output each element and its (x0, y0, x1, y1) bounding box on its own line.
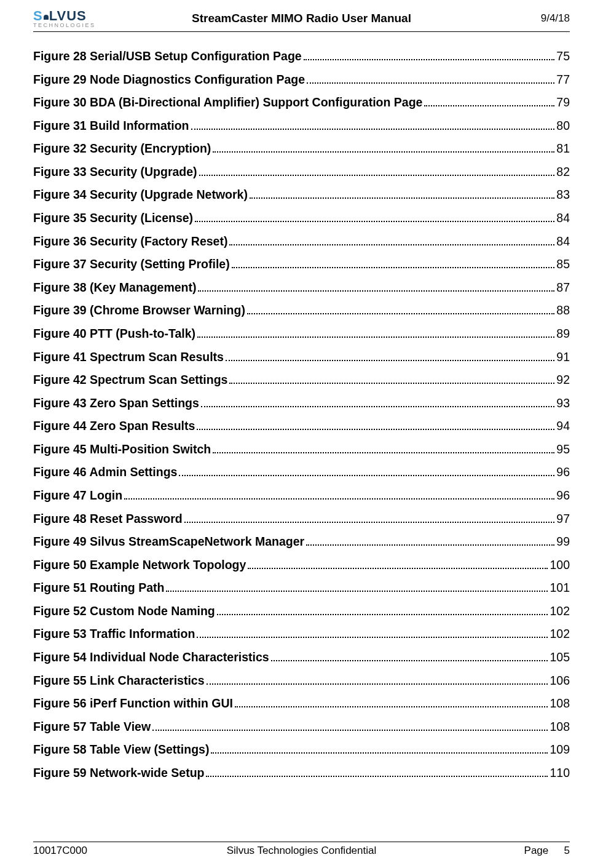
toc-entry[interactable]: Figure 52 Custom Node Naming102 (33, 604, 570, 618)
toc-entry-page: 108 (550, 696, 570, 711)
toc-leader-dots (229, 237, 554, 245)
toc-entry[interactable]: Figure 33 Security (Upgrade)82 (33, 165, 570, 179)
toc-entry-title: Figure 31 Build Information (33, 119, 189, 133)
toc-entry[interactable]: Figure 43 Zero Span Settings93 (33, 396, 570, 410)
toc-entry[interactable]: Figure 28 Serial/USB Setup Configuration… (33, 49, 570, 63)
toc-leader-dots (207, 676, 548, 685)
toc-entry[interactable]: Figure 37 Security (Setting Profile)85 (33, 257, 570, 271)
toc-entry-page: 80 (556, 119, 570, 133)
toc-entry-title: Figure 37 Security (Setting Profile) (33, 257, 230, 271)
toc-entry-title: Figure 35 Security (License) (33, 211, 193, 225)
toc-leader-dots (206, 768, 548, 777)
toc-entry-page: 79 (556, 95, 570, 109)
toc-entry[interactable]: Figure 36 Security (Factory Reset)84 (33, 234, 570, 249)
toc-entry[interactable]: Figure 29 Node Diagnostics Configuration… (33, 73, 570, 87)
toc-entry[interactable]: Figure 58 Table View (Settings)109 (33, 743, 570, 757)
toc-entry[interactable]: Figure 56 iPerf Function within GUI108 (33, 696, 570, 711)
table-of-figures: Figure 28 Serial/USB Setup Configuration… (33, 49, 570, 780)
toc-entry[interactable]: Figure 41 Spectrum Scan Results91 (33, 350, 570, 364)
document-title: StreamCaster MIMO Radio User Manual (107, 12, 496, 25)
toc-entry-title: Figure 52 Custom Node Naming (33, 604, 215, 618)
toc-entry[interactable]: Figure 45 Multi-Position Switch95 (33, 442, 570, 456)
toc-entry-title: Figure 51 Routing Path (33, 581, 164, 595)
toc-leader-dots (211, 746, 548, 754)
toc-entry[interactable]: Figure 44 Zero Span Results94 (33, 419, 570, 433)
toc-entry[interactable]: Figure 50 Example Network Topology100 (33, 558, 570, 572)
toc-entry[interactable]: Figure 38 (Key Management)87 (33, 281, 570, 295)
toc-entry-page: 106 (550, 674, 570, 688)
toc-entry-page: 88 (556, 303, 570, 317)
toc-entry-page: 97 (556, 512, 570, 526)
toc-leader-dots (248, 560, 548, 569)
toc-entry[interactable]: Figure 35 Security (License)84 (33, 211, 570, 225)
toc-entry-title: Figure 36 Security (Factory Reset) (33, 234, 227, 249)
logo-dot-icon (44, 15, 49, 20)
toc-entry-title: Figure 46 Admin Settings (33, 465, 177, 479)
toc-leader-dots (247, 306, 554, 315)
toc-leader-dots (226, 352, 554, 361)
toc-entry[interactable]: Figure 59 Network-wide Setup110 (33, 766, 570, 780)
toc-entry[interactable]: Figure 30 BDA (Bi-Directional Amplifier)… (33, 95, 570, 109)
toc-leader-dots (250, 191, 554, 199)
toc-entry-page: 95 (556, 442, 570, 456)
toc-entry-page: 81 (556, 141, 570, 156)
toc-entry-title: Figure 39 (Chrome Browser Warning) (33, 303, 245, 317)
toc-entry-page: 109 (550, 743, 570, 757)
toc-entry-title: Figure 44 Zero Span Results (33, 419, 195, 433)
toc-leader-dots (166, 584, 548, 592)
toc-entry[interactable]: Figure 34 Security (Upgrade Network)83 (33, 188, 570, 202)
toc-entry-title: Figure 50 Example Network Topology (33, 558, 246, 572)
toc-entry[interactable]: Figure 55 Link Characteristics106 (33, 674, 570, 688)
toc-entry[interactable]: Figure 57 Table View108 (33, 720, 570, 734)
toc-entry[interactable]: Figure 54 Individual Node Characteristic… (33, 650, 570, 664)
toc-entry-page: 102 (550, 627, 570, 641)
toc-entry-title: Figure 32 Security (Encryption) (33, 141, 211, 156)
toc-entry[interactable]: Figure 48 Reset Password97 (33, 512, 570, 526)
toc-leader-dots (217, 607, 548, 615)
toc-leader-dots (198, 283, 554, 292)
toc-entry-page: 77 (556, 73, 570, 87)
toc-entry-page: 93 (556, 396, 570, 410)
toc-entry-page: 99 (556, 535, 570, 549)
toc-entry[interactable]: Figure 39 (Chrome Browser Warning)88 (33, 303, 570, 317)
toc-entry[interactable]: Figure 49 Silvus StreamScapeNetwork Mana… (33, 535, 570, 549)
toc-entry-page: 84 (556, 211, 570, 225)
toc-entry[interactable]: Figure 42 Spectrum Scan Settings92 (33, 373, 570, 387)
toc-entry-page: 110 (550, 766, 570, 780)
toc-entry-title: Figure 29 Node Diagnostics Configuration… (33, 73, 305, 87)
footer-page-label: Page (524, 845, 549, 856)
toc-entry[interactable]: Figure 51 Routing Path101 (33, 581, 570, 595)
toc-entry-page: 92 (556, 373, 570, 387)
brand-logo: SLVUS TECHNOLOGIES (33, 9, 107, 28)
toc-entry[interactable]: Figure 31 Build Information80 (33, 119, 570, 133)
logo-initial: S (33, 8, 43, 23)
toc-entry-page: 108 (550, 720, 570, 734)
toc-entry-page: 89 (556, 327, 570, 341)
toc-entry-page: 85 (556, 257, 570, 271)
toc-entry[interactable]: Figure 47 Login96 (33, 488, 570, 503)
toc-entry-title: Figure 33 Security (Upgrade) (33, 165, 197, 179)
toc-leader-dots (271, 653, 548, 661)
toc-entry[interactable]: Figure 32 Security (Encryption)81 (33, 141, 570, 156)
toc-leader-dots (197, 329, 554, 338)
toc-entry-title: Figure 34 Security (Upgrade Network) (33, 188, 248, 202)
toc-entry[interactable]: Figure 46 Admin Settings96 (33, 465, 570, 479)
toc-leader-dots (307, 75, 554, 84)
toc-entry-page: 84 (556, 234, 570, 249)
toc-entry[interactable]: Figure 53 Traffic Information102 (33, 627, 570, 641)
toc-leader-dots (304, 52, 555, 60)
toc-entry-page: 96 (556, 488, 570, 503)
toc-leader-dots (191, 121, 555, 130)
toc-entry-page: 105 (550, 650, 570, 664)
footer-page-indicator: Page 5 (447, 845, 570, 857)
header-divider (33, 31, 570, 32)
document-date: 9/4/18 (496, 12, 570, 25)
toc-entry-page: 100 (550, 558, 570, 572)
toc-leader-dots (306, 538, 554, 546)
toc-entry[interactable]: Figure 40 PTT (Push-to-Talk)89 (33, 327, 570, 341)
toc-entry-title: Figure 45 Multi-Position Switch (33, 442, 211, 456)
toc-entry-title: Figure 38 (Key Management) (33, 281, 196, 295)
toc-leader-dots (179, 468, 554, 477)
toc-entry-title: Figure 49 Silvus StreamScapeNetwork Mana… (33, 535, 304, 549)
brand-logo-subtext: TECHNOLOGIES (33, 22, 107, 28)
